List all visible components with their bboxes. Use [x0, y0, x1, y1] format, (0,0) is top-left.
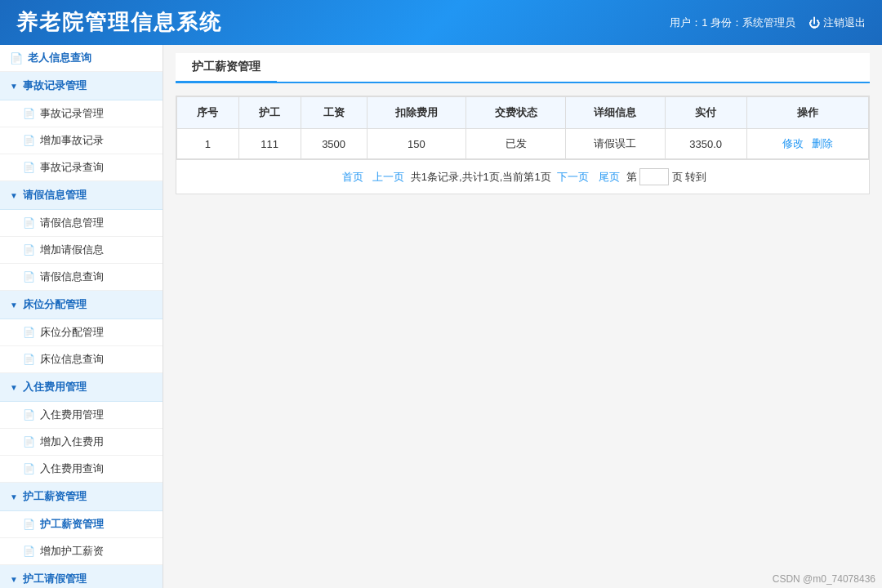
- arrow-icon: ▼: [10, 492, 18, 501]
- pagination-page-suffix: 页 转到: [672, 171, 707, 183]
- col-actions: 操作: [746, 97, 868, 129]
- pagination-prev[interactable]: 上一页: [372, 171, 404, 183]
- pagination-last[interactable]: 尾页: [599, 171, 620, 183]
- col-deduction: 扣除费用: [367, 97, 466, 129]
- doc-icon: 📄: [23, 244, 35, 256]
- arrow-icon: ▼: [10, 383, 18, 392]
- pagination-page-input[interactable]: [639, 168, 669, 185]
- doc-icon: 📄: [23, 162, 35, 173]
- arrow-icon: ▼: [10, 575, 18, 584]
- arrow-icon: ▼: [10, 82, 18, 91]
- pagination-next[interactable]: 下一页: [557, 171, 589, 183]
- doc-icon: 📄: [10, 52, 23, 65]
- sidebar-item-checkin-fee-add[interactable]: 📄 增加入住费用: [0, 429, 163, 456]
- power-icon: ⏻: [808, 16, 820, 29]
- col-seq: 序号: [177, 97, 239, 129]
- sidebar-group-nurse-leave[interactable]: ▼ 护工请假管理: [0, 565, 163, 588]
- sidebar: 📄 老人信息查询 ▼ 事故记录管理 📄 事故记录管理 📄 增加事故记录 📄 事故…: [0, 45, 163, 588]
- watermark: CSDN @m0_74078436: [773, 573, 875, 585]
- salary-table: 序号 护工 工资 扣除费用 交费状态 详细信息 实付 操作 1111350015…: [176, 96, 869, 159]
- main-layout: 📄 老人信息查询 ▼ 事故记录管理 📄 事故记录管理 📄 增加事故记录 📄 事故…: [0, 45, 882, 588]
- doc-icon: 📄: [23, 217, 35, 229]
- doc-icon: 📄: [23, 409, 35, 421]
- sidebar-group-nurse-salary[interactable]: ▼ 护工薪资管理: [0, 483, 163, 511]
- salary-table-container: 序号 护工 工资 扣除费用 交费状态 详细信息 实付 操作 1111350015…: [176, 96, 870, 194]
- col-nurse: 护工: [238, 97, 301, 129]
- doc-icon: 📄: [23, 519, 35, 530]
- delete-action-link[interactable]: 删除: [812, 137, 833, 149]
- pagination: 首页 上一页 共1条记录,共计1页,当前第1页 下一页 尾页 第 页 转到: [176, 159, 869, 194]
- arrow-icon: ▼: [10, 191, 18, 200]
- sidebar-item-accident-query[interactable]: 📄 事故记录查询: [0, 154, 163, 181]
- table-cell: 150: [367, 129, 466, 159]
- doc-icon: 📄: [23, 436, 35, 448]
- arrow-icon: ▼: [10, 301, 18, 310]
- sidebar-group-checkin-fee[interactable]: ▼ 入住费用管理: [0, 373, 163, 402]
- edit-action-link[interactable]: 修改: [782, 137, 804, 149]
- col-actual-pay: 实付: [665, 97, 746, 129]
- sidebar-group-accident[interactable]: ▼ 事故记录管理: [0, 72, 163, 100]
- doc-icon: 📄: [23, 354, 35, 365]
- sidebar-group-bed[interactable]: ▼ 床位分配管理: [0, 291, 163, 319]
- tab-nurse-salary[interactable]: 护工薪资管理: [176, 53, 277, 83]
- sidebar-item-bed-query[interactable]: 📄 床位信息查询: [0, 346, 163, 373]
- sidebar-item-leave-list[interactable]: 📄 请假信息管理: [0, 210, 163, 237]
- sidebar-item-leave-add[interactable]: 📄 增加请假信息: [0, 237, 163, 264]
- app-title: 养老院管理信息系统: [16, 8, 222, 37]
- table-header-row: 序号 护工 工资 扣除费用 交费状态 详细信息 实付 操作: [177, 97, 869, 129]
- col-status: 交费状态: [466, 97, 566, 129]
- sidebar-item-elderly-info[interactable]: 📄 老人信息查询: [0, 45, 163, 72]
- sidebar-item-nurse-salary-add[interactable]: 📄 增加护工薪资: [0, 538, 163, 565]
- doc-icon: 📄: [23, 135, 35, 146]
- col-salary: 工资: [301, 97, 367, 129]
- table-cell: 1: [177, 129, 239, 159]
- sidebar-item-nurse-salary-list[interactable]: 📄 护工薪资管理: [0, 511, 163, 538]
- doc-icon: 📄: [23, 108, 35, 119]
- sidebar-item-accident-list[interactable]: 📄 事故记录管理: [0, 100, 163, 127]
- sidebar-item-bed-alloc[interactable]: 📄 床位分配管理: [0, 319, 163, 346]
- doc-icon: 📄: [23, 546, 35, 557]
- user-info-text: 用户：1 身份：系统管理员: [670, 16, 795, 30]
- table-cell: 111: [238, 129, 301, 159]
- doc-icon: 📄: [23, 327, 35, 338]
- table-cell: 请假误工: [565, 129, 665, 159]
- tab-bar: 护工薪资管理: [176, 53, 870, 83]
- sidebar-item-leave-query[interactable]: 📄 请假信息查询: [0, 264, 163, 291]
- pagination-first[interactable]: 首页: [342, 171, 363, 183]
- doc-icon: 📄: [23, 463, 35, 474]
- sidebar-item-checkin-fee-list[interactable]: 📄 入住费用管理: [0, 402, 163, 429]
- sidebar-group-leave-info[interactable]: ▼ 请假信息管理: [0, 181, 163, 210]
- table-cell: 3350.0: [665, 129, 746, 159]
- logout-button[interactable]: ⏻ 注销退出: [808, 16, 866, 30]
- sidebar-item-accident-add[interactable]: 📄 增加事故记录: [0, 127, 163, 154]
- sidebar-item-checkin-fee-query[interactable]: 📄 入住费用查询: [0, 456, 163, 483]
- table-cell: 已发: [466, 129, 566, 159]
- table-cell-actions: 修改 删除: [746, 129, 868, 159]
- main-content: 护工薪资管理 序号 护工 工资 扣除费用 交费状态 详细信息 实付 操作: [163, 45, 882, 588]
- pagination-info: 共1条记录,共计1页,当前第1页: [411, 171, 551, 183]
- doc-icon: 📄: [23, 271, 35, 283]
- pagination-page-prefix: 第: [626, 171, 637, 183]
- app-header: 养老院管理信息系统 用户：1 身份：系统管理员 ⏻ 注销退出: [0, 0, 882, 45]
- table-cell: 3500: [301, 129, 367, 159]
- table-row: 11113500150已发请假误工3350.0修改 删除: [177, 129, 869, 159]
- col-detail: 详细信息: [565, 97, 665, 129]
- header-user-area: 用户：1 身份：系统管理员 ⏻ 注销退出: [670, 16, 866, 30]
